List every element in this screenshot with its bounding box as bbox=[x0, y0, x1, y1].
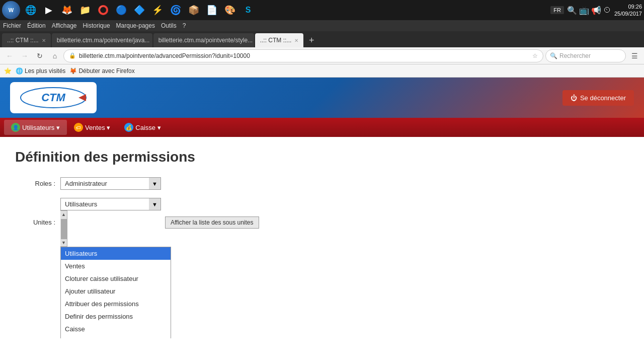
toolbar-star-icon: ⭐ bbox=[4, 67, 12, 75]
tab-4-close[interactable]: ✕ bbox=[294, 38, 298, 43]
unites-select-display[interactable]: Utilisateurs bbox=[60, 198, 161, 210]
roles-select-wrapper: Administrateur ▼ bbox=[60, 177, 161, 190]
roles-label: Roles : bbox=[15, 180, 55, 187]
dropdown-scrollbar[interactable]: ▲ ▼ bbox=[60, 210, 67, 247]
tab-2-label: billetterie.ctm.ma/pointvente/java... bbox=[57, 37, 150, 44]
browser-chrome: Fichier Édition Affichage Historique Mar… bbox=[0, 20, 644, 78]
nav-back-button[interactable]: ← bbox=[3, 49, 16, 62]
ctm-content: Définition des permissions Roles : Admin… bbox=[0, 137, 644, 338]
tab-4[interactable]: ..:: CTM ::... ✕ bbox=[255, 33, 304, 47]
taskbar-sys-icon2: 📺 bbox=[579, 6, 589, 15]
nav-caisse[interactable]: 💰 Caisse ▾ bbox=[117, 120, 168, 135]
taskbar-sys-icon4: ⏲ bbox=[603, 6, 611, 15]
nav-home-button[interactable]: ⌂ bbox=[48, 49, 61, 62]
svg-text:CTM: CTM bbox=[41, 91, 65, 104]
taskbar-icon-3d[interactable]: 📦 bbox=[185, 2, 202, 19]
toolbar-bookmark-label-1: Les plus visités bbox=[25, 67, 65, 75]
tab-new-button[interactable]: + bbox=[304, 33, 318, 47]
menu-marque-pages[interactable]: Marque-pages bbox=[116, 22, 155, 29]
taskbar-icon-s[interactable]: S bbox=[239, 2, 257, 19]
utilisateurs-icon: 👤 bbox=[11, 123, 20, 132]
tab-2[interactable]: billetterie.ctm.ma/pointvente/java... ✕ bbox=[52, 33, 152, 47]
taskbar-icon-doc[interactable]: 📄 bbox=[203, 2, 220, 19]
taskbar-lang: FR bbox=[550, 6, 564, 14]
nav-reload-button[interactable]: ↻ bbox=[33, 49, 46, 62]
url-bar[interactable]: 🔒 billetterie.ctm.ma/pointvente/advanced… bbox=[63, 49, 543, 62]
lock-icon: 🔒 bbox=[69, 52, 76, 59]
roles-select[interactable]: Administrateur bbox=[60, 177, 161, 190]
taskbar-icon-media[interactable]: ▶ bbox=[40, 2, 57, 19]
dropdown-item-cloturer[interactable]: Cloturer caisse utilisateur bbox=[61, 272, 171, 285]
logout-button[interactable]: ⏻ Se déconnecter bbox=[562, 90, 634, 106]
unites-selected-value: Utilisateurs bbox=[65, 200, 97, 208]
menu-bar: Fichier Édition Affichage Historique Mar… bbox=[0, 20, 644, 31]
taskbar-icon-files[interactable]: 📁 bbox=[76, 2, 94, 19]
taskbar-icon-paint[interactable]: 🎨 bbox=[221, 2, 238, 19]
toolbar-firefox-icon2: 🦊 bbox=[69, 67, 77, 75]
url-text: billetterie.ctm.ma/pointvente/advancedPe… bbox=[79, 52, 529, 59]
menu-edition[interactable]: Édition bbox=[27, 22, 46, 29]
dropdown-item-utilisateurs[interactable]: Utilisateurs bbox=[61, 247, 171, 260]
unites-select-wrapper[interactable]: Utilisateurs ▼ bbox=[60, 198, 161, 210]
taskbar-clock: 09:26 25/09/2017 bbox=[614, 3, 642, 18]
nav-more-button[interactable]: ☰ bbox=[628, 49, 641, 62]
menu-help[interactable]: ? bbox=[183, 22, 186, 29]
tab-1[interactable]: ..:: CTM ::... ✕ bbox=[2, 33, 51, 47]
ctm-nav: 👤 Utilisateurs ▾ 🏷 Ventes ▾ 💰 Caisse ▾ bbox=[0, 118, 644, 137]
search-icon: 🔍 bbox=[550, 52, 557, 59]
afficher-btn[interactable]: Afficher la liste des sous unites bbox=[165, 216, 259, 229]
power-icon: ⏻ bbox=[571, 94, 577, 102]
logout-label: Se déconnecter bbox=[580, 94, 626, 102]
menu-historique[interactable]: Historique bbox=[83, 22, 110, 29]
taskbar-icon-ie2[interactable]: 🔷 bbox=[131, 2, 148, 19]
unites-label: Unites : bbox=[15, 219, 55, 226]
taskbar-icon-chrome[interactable]: 🔵 bbox=[113, 2, 130, 19]
bookmark-star-icon[interactable]: ☆ bbox=[532, 52, 538, 59]
page-title: Définition des permissions bbox=[15, 149, 629, 165]
dropdown-item-caisse[interactable]: Caisse bbox=[61, 323, 171, 335]
nav-utilisateurs-label: Utilisateurs ▾ bbox=[22, 124, 60, 131]
dropdown-item-attribuer[interactable]: Attribuer des permissions bbox=[61, 298, 171, 310]
taskbar: W 🌐 ▶ 🦊 📁 ⭕ 🔵 🔷 ⚡ 🌀 📦 📄 🎨 S FR 🔍 📺 📢 ⏲ 0… bbox=[0, 0, 644, 20]
toolbar-firefox-icon: 🌐 bbox=[16, 67, 23, 75]
unites-row: Unites : Utilisateurs ▼ Utilisateurs Ven… bbox=[15, 198, 629, 247]
dropdown-item-definir[interactable]: Definir des permissions bbox=[61, 310, 171, 323]
taskbar-icon-ie[interactable]: 🌐 bbox=[22, 2, 39, 19]
url-icons: ☆ bbox=[532, 52, 538, 59]
toolbar-bookmark-les-plus[interactable]: 🌐 Les plus visités bbox=[16, 67, 65, 75]
toolbar-bookmark-debuter[interactable]: 🦊 Débuter avec Firefox bbox=[69, 67, 134, 75]
menu-affichage[interactable]: Affichage bbox=[52, 22, 77, 29]
unites-dropdown-list: Utilisateurs Ventes Cloturer caisse util… bbox=[60, 247, 171, 338]
taskbar-sys-icon3: 📢 bbox=[591, 6, 601, 15]
tab-4-label: ..:: CTM ::... bbox=[260, 37, 292, 44]
nav-bar: ← → ↻ ⌂ 🔒 billetterie.ctm.ma/pointvente/… bbox=[0, 47, 644, 64]
start-button[interactable]: W bbox=[2, 1, 20, 19]
roles-row: Roles : Administrateur ▼ bbox=[15, 177, 629, 190]
scroll-thumb[interactable] bbox=[61, 219, 67, 239]
dropdown-item-ouvrir[interactable]: Ouvrir caisse utilisateur bbox=[61, 335, 171, 338]
taskbar-right: FR 🔍 📺 📢 ⏲ 09:26 25/09/2017 bbox=[550, 3, 642, 18]
unites-dropdown-container: Utilisateurs ▼ Utilisateurs Ventes Clotu… bbox=[60, 198, 161, 247]
taskbar-icon-opera[interactable]: ⭕ bbox=[95, 2, 112, 19]
nav-ventes[interactable]: 🏷 Ventes ▾ bbox=[67, 120, 117, 135]
nav-utilisateurs[interactable]: 👤 Utilisateurs ▾ bbox=[4, 120, 67, 135]
clock-date: 25/09/2017 bbox=[614, 10, 642, 17]
browser-toolbar: ⭐ 🌐 Les plus visités 🦊 Débuter avec Fire… bbox=[0, 64, 644, 78]
nav-forward-button[interactable]: → bbox=[18, 49, 31, 62]
menu-outils[interactable]: Outils bbox=[161, 22, 177, 29]
tab-1-close[interactable]: ✕ bbox=[42, 38, 46, 43]
scroll-down-arrow[interactable]: ▼ bbox=[60, 239, 67, 246]
taskbar-icon-firefox[interactable]: 🦊 bbox=[58, 2, 75, 19]
tab-3[interactable]: billetterie.ctm.ma/pointvente/style... ✕ bbox=[153, 33, 254, 47]
ctm-logo: CTM bbox=[10, 82, 97, 113]
unites-dropdown-list-wrapper: Utilisateurs Ventes Cloturer caisse util… bbox=[60, 210, 161, 247]
scroll-up-arrow[interactable]: ▲ bbox=[60, 211, 67, 218]
ctm-logo-svg: CTM bbox=[18, 85, 89, 110]
dropdown-item-ajouter[interactable]: Ajouter utilisateur bbox=[61, 285, 171, 298]
taskbar-icon-fiddler[interactable]: 🌀 bbox=[167, 2, 184, 19]
menu-fichier[interactable]: Fichier bbox=[3, 22, 21, 29]
dropdown-item-ventes[interactable]: Ventes bbox=[61, 260, 171, 272]
svg-marker-2 bbox=[78, 94, 86, 101]
taskbar-icon-burp[interactable]: ⚡ bbox=[149, 2, 166, 19]
search-bar[interactable]: 🔍 Rechercher bbox=[545, 49, 626, 62]
